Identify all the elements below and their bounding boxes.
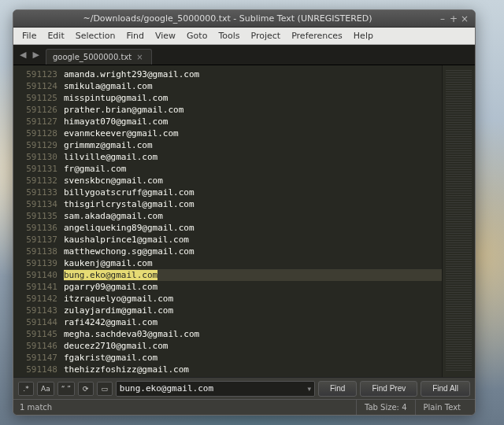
line-number: 591131: [17, 163, 57, 175]
line-number: 591138: [17, 246, 57, 257]
titlebar: ~/Downloads/google_5000000.txt - Sublime…: [13, 10, 475, 28]
text-line[interactable]: bung.eko@gmail.com: [64, 269, 442, 281]
menu-tools[interactable]: Tools: [213, 29, 245, 42]
find-all-button[interactable]: Find All: [421, 381, 470, 397]
text-line[interactable]: svenskbcn@gmail.com: [64, 175, 442, 187]
line-number: 591136: [17, 222, 57, 234]
menu-find[interactable]: Find: [120, 29, 150, 42]
text-line[interactable]: sam.akada@gmail.com: [64, 210, 442, 222]
menu-edit[interactable]: Edit: [42, 29, 69, 42]
text-line[interactable]: grimmmz@gmail.com: [64, 139, 442, 151]
line-number-gutter: 5911235911245911255911265911275911285911…: [13, 65, 64, 377]
text-line[interactable]: pgarry09@gmail.com: [64, 281, 442, 293]
line-number: 591123: [17, 68, 57, 80]
search-match-highlight: bung.eko@gmail.com: [64, 270, 158, 280]
line-number: 591139: [17, 257, 57, 269]
line-number: 591140: [17, 269, 57, 281]
line-number: 591127: [17, 116, 57, 128]
text-line[interactable]: kaukenj@gmail.com: [64, 257, 442, 269]
minimap[interactable]: [442, 65, 475, 377]
line-number: 591145: [17, 328, 57, 340]
wrap-toggle[interactable]: ⟳: [78, 382, 94, 396]
line-number: 591124: [17, 80, 57, 92]
text-line[interactable]: himayat070@gmail.com: [64, 116, 442, 128]
editor[interactable]: 5911235911245911255911265911275911285911…: [13, 65, 475, 377]
text-line[interactable]: fr@gmail.com: [64, 163, 442, 175]
text-content[interactable]: amanda.wright293@gmail.comsmikula@gmail.…: [64, 65, 442, 377]
in-selection-toggle[interactable]: ▭: [97, 382, 113, 396]
text-line[interactable]: evanmckeever@gmail.com: [64, 128, 442, 139]
tab-nav-back-icon[interactable]: ◀: [17, 50, 29, 60]
line-number: 591126: [17, 104, 57, 116]
line-number: 591133: [17, 187, 57, 198]
menu-help[interactable]: Help: [348, 29, 379, 42]
line-number: 591142: [17, 293, 57, 305]
search-input[interactable]: [120, 383, 305, 394]
find-prev-button[interactable]: Find Prev: [360, 381, 417, 397]
text-line[interactable]: zulayjardim@gmail.com: [64, 305, 442, 316]
maximize-button[interactable]: +: [448, 14, 459, 24]
text-line[interactable]: deucez2710@gmail.com: [64, 340, 442, 352]
text-line[interactable]: itzraquelyo@gmail.com: [64, 293, 442, 305]
line-number: 591144: [17, 316, 57, 328]
tab-nav-forward-icon[interactable]: ▶: [29, 50, 42, 60]
text-line[interactable]: megha.sachdeva03@gmail.com: [64, 328, 442, 340]
text-line[interactable]: misspintup@gmail.com: [64, 92, 442, 104]
line-number: 591148: [17, 364, 57, 375]
line-number: 591125: [17, 92, 57, 104]
line-number: 591149: [17, 375, 57, 377]
tabbar: ◀ ▶ google_5000000.txt ×: [13, 45, 475, 65]
search-history-dropdown-icon[interactable]: ▾: [304, 385, 311, 393]
text-line[interactable]: kaushalprince1@gmail.com: [64, 234, 442, 246]
text-line[interactable]: billygoatscruff@gmail.com: [64, 187, 442, 198]
text-line[interactable]: smikula@gmail.com: [64, 80, 442, 92]
status-syntax[interactable]: Plain Text: [415, 400, 469, 415]
line-number: 591132: [17, 175, 57, 187]
text-line[interactable]: matthewchong.sg@gmail.com: [64, 246, 442, 257]
close-tab-icon[interactable]: ×: [136, 53, 143, 61]
close-button[interactable]: ×: [459, 14, 470, 24]
menu-file[interactable]: File: [17, 29, 42, 42]
window-title: ~/Downloads/google_5000000.txt - Sublime…: [18, 13, 437, 24]
line-number: 591134: [17, 198, 57, 210]
text-line[interactable]: lilville@gmail.com: [64, 151, 442, 163]
line-number: 591146: [17, 340, 57, 352]
menu-preferences[interactable]: Preferences: [286, 29, 348, 42]
file-tab[interactable]: google_5000000.txt ×: [46, 49, 152, 65]
text-line[interactable]: fgakrist@gmail.com: [64, 352, 442, 364]
line-number: 591130: [17, 151, 57, 163]
search-field-wrapper: ▾: [116, 381, 315, 397]
line-number: 591141: [17, 281, 57, 293]
menu-goto[interactable]: Goto: [181, 29, 213, 42]
find-bar: .* Aa “ ” ⟳ ▭ ▾ Find Find Prev Find All: [13, 377, 475, 399]
app-window: ~/Downloads/google_5000000.txt - Sublime…: [13, 9, 476, 416]
text-line[interactable]: angeliqueking89@gmail.com: [64, 222, 442, 234]
line-number: 591129: [17, 139, 57, 151]
line-number: 591135: [17, 210, 57, 222]
whole-word-toggle[interactable]: “ ”: [57, 382, 75, 396]
find-button[interactable]: Find: [318, 381, 357, 397]
status-match-count: 1 match: [20, 403, 52, 412]
status-tab-size[interactable]: Tab Size: 4: [356, 400, 415, 415]
menubar: File Edit Selection Find View Goto Tools…: [13, 28, 475, 45]
menu-selection[interactable]: Selection: [70, 29, 121, 42]
text-line[interactable]: prather.brian@gmail.com: [64, 104, 442, 116]
case-sensitive-toggle[interactable]: Aa: [37, 382, 54, 396]
line-number: 591137: [17, 234, 57, 246]
line-number: 591147: [17, 352, 57, 364]
text-line[interactable]: amanda.wright293@gmail.com: [64, 68, 442, 80]
line-number: 591143: [17, 305, 57, 316]
file-tab-label: google_5000000.txt: [53, 53, 132, 61]
status-bar: 1 match Tab Size: 4 Plain Text: [13, 399, 475, 415]
minimize-button[interactable]: –: [437, 14, 448, 24]
menu-project[interactable]: Project: [246, 29, 287, 42]
menu-view[interactable]: View: [150, 29, 181, 42]
line-number: 591128: [17, 128, 57, 139]
text-line[interactable]: rafi4242@gmail.com: [64, 316, 442, 328]
text-line[interactable]: thisgirlcrystal@gmail.com: [64, 198, 442, 210]
text-line[interactable]: thehizzfoshizz@gmail.com: [64, 364, 442, 375]
regex-toggle[interactable]: .*: [18, 382, 34, 396]
text-line[interactable]: adzafrengky@gmail.com: [64, 375, 442, 377]
